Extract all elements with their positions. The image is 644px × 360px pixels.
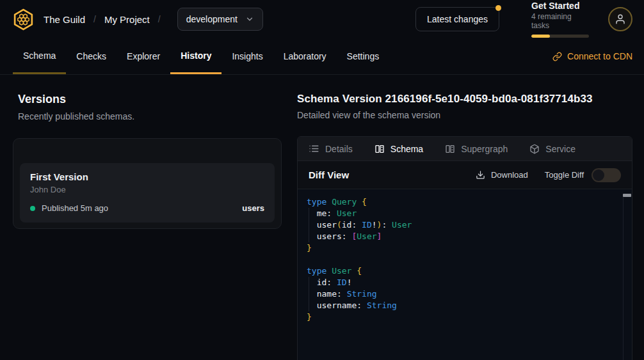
- detail-tab-details[interactable]: Details: [309, 143, 353, 154]
- target-selector-dropdown[interactable]: development: [177, 8, 263, 31]
- detail-tab-label: Schema: [390, 144, 423, 154]
- detail-tab-label: Service: [545, 144, 576, 154]
- person-icon: [615, 13, 626, 25]
- detail-tab-label: Details: [325, 144, 353, 154]
- scrollbar-track: [623, 195, 624, 360]
- main-nav: Schema Checks Explorer History Insights …: [0, 38, 644, 75]
- toggle-diff-control: Toggle Diff: [545, 168, 621, 182]
- nav-tab-laboratory[interactable]: Laboratory: [273, 38, 337, 74]
- version-list-item[interactable]: First Version John Doe Published 5m ago …: [20, 163, 275, 223]
- breadcrumb-project[interactable]: My Project: [104, 14, 150, 25]
- nav-tab-settings[interactable]: Settings: [337, 38, 390, 74]
- scrollbar-thumb[interactable]: [623, 194, 631, 197]
- nav-tab-explorer[interactable]: Explorer: [117, 38, 170, 74]
- toggle-diff-switch[interactable]: [592, 168, 621, 182]
- schema-version-subtitle: Detailed view of the schema version: [297, 110, 632, 120]
- detail-tab-label: Supergraph: [461, 144, 508, 154]
- columns-icon: [374, 144, 385, 154]
- get-started-progress-fill: [531, 35, 550, 38]
- toggle-diff-label: Toggle Diff: [545, 170, 584, 180]
- nav-tab-schema[interactable]: Schema: [13, 38, 66, 74]
- list-icon: [309, 143, 319, 154]
- cube-icon: [529, 144, 540, 154]
- columns-icon: [445, 144, 455, 154]
- versions-subtitle: Recently published schemas.: [18, 111, 282, 121]
- diff-view-title: Diff View: [309, 169, 349, 180]
- get-started-title: Get Started: [531, 1, 589, 11]
- service-badge: users: [242, 203, 264, 213]
- latest-changes-label: Latest changes: [427, 14, 488, 24]
- user-avatar[interactable]: [608, 7, 632, 31]
- version-title: First Version: [30, 171, 264, 182]
- diff-toolbar: Diff View Download Toggle Diff: [298, 161, 632, 189]
- main-content: Versions Recently published schemas. Fir…: [0, 75, 644, 360]
- indent-guide: [309, 208, 309, 242]
- versions-panel: Versions Recently published schemas. Fir…: [13, 93, 282, 360]
- detail-tabbar: Details Schema Supergraph: [298, 137, 632, 161]
- version-author: John Doe: [30, 185, 264, 194]
- code-lines: type Query { me: User user(id: ID!): Use…: [307, 196, 615, 323]
- connect-to-cdn-label: Connect to CDN: [567, 51, 632, 61]
- schema-version-title: Schema Version 2166196f-5e10-4059-bd0a-0…: [297, 93, 632, 106]
- version-detail-card: Details Schema Supergraph: [297, 136, 632, 360]
- latest-changes-button[interactable]: Latest changes: [415, 7, 499, 31]
- link-icon: [552, 52, 562, 61]
- guild-logo-icon[interactable]: [12, 8, 35, 31]
- get-started-subtitle: 4 remaining tasks: [531, 12, 589, 30]
- detail-tab-supergraph[interactable]: Supergraph: [445, 144, 508, 154]
- chevron-down-icon: [245, 15, 254, 24]
- detail-tab-service[interactable]: Service: [529, 144, 576, 154]
- nav-tab-checks[interactable]: Checks: [66, 38, 117, 74]
- get-started-progressbar: [531, 35, 589, 38]
- nav-tab-insights[interactable]: Insights: [221, 38, 273, 74]
- download-icon: [476, 170, 485, 180]
- indent-guide: [309, 277, 309, 311]
- breadcrumb-org[interactable]: The Guild: [44, 14, 85, 25]
- breadcrumb-separator: /: [158, 14, 161, 24]
- download-label: Download: [491, 170, 528, 180]
- versions-title: Versions: [18, 93, 282, 106]
- version-status-text: Published 5m ago: [42, 203, 108, 213]
- download-button[interactable]: Download: [476, 170, 528, 180]
- diff-actions: Download Toggle Diff: [476, 168, 621, 182]
- target-selector-value: development: [186, 14, 237, 24]
- version-status-row: Published 5m ago users: [30, 203, 264, 213]
- nav-tab-history[interactable]: History: [170, 38, 221, 74]
- connect-to-cdn-link[interactable]: Connect to CDN: [552, 38, 632, 74]
- versions-list: First Version John Doe Published 5m ago …: [13, 138, 282, 229]
- detail-tab-schema[interactable]: Schema: [374, 144, 423, 154]
- breadcrumb-separator: /: [93, 14, 96, 24]
- published-status-dot: [30, 206, 35, 211]
- app-header: The Guild / My Project / development Lat…: [0, 0, 644, 38]
- switch-knob: [593, 169, 604, 181]
- schema-code-editor[interactable]: type Query { me: User user(id: ID!): Use…: [298, 189, 632, 360]
- version-detail-panel: Schema Version 2166196f-5e10-4059-bd0a-0…: [297, 93, 632, 360]
- notification-dot: [495, 5, 501, 11]
- get-started-widget[interactable]: Get Started 4 remaining tasks: [531, 1, 589, 38]
